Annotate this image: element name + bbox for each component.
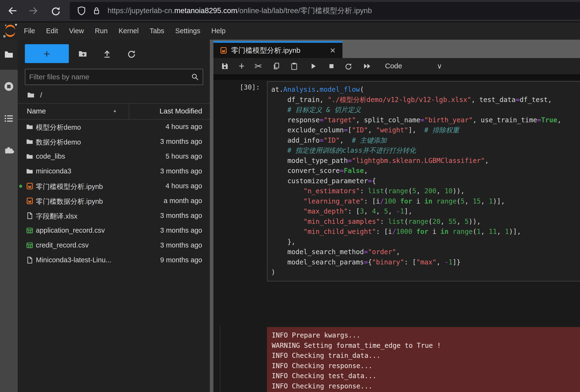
- file-modified: a month ago: [164, 197, 202, 205]
- code-line: model_search_params={"binary": ["max", -…: [271, 257, 580, 267]
- back-button[interactable]: [5, 3, 20, 18]
- file-name: 数据分析demo: [36, 137, 81, 147]
- forward-arrow-icon: [28, 5, 39, 16]
- restart-run-all-button[interactable]: [363, 61, 372, 71]
- file-row[interactable]: miniconda33 months ago: [18, 164, 210, 179]
- file-modified: 3 months ago: [160, 241, 202, 249]
- output-collapser[interactable]: [220, 325, 221, 392]
- menu-item-settings[interactable]: Settings: [170, 27, 206, 35]
- folder-icon: [26, 138, 33, 145]
- code-line: model_type_path="lightgbm.sklearn.LGBMCl…: [271, 156, 580, 166]
- breadcrumb-root: /: [40, 91, 42, 99]
- filter-files-box: [25, 69, 203, 85]
- upload-icon: [102, 49, 112, 59]
- filter-files-input[interactable]: [25, 69, 203, 85]
- tracking-protection-shield-icon[interactable]: [76, 6, 87, 16]
- menu-item-view[interactable]: View: [64, 27, 89, 35]
- menu-item-file[interactable]: File: [18, 27, 41, 35]
- file-row[interactable]: 零门槛模型分析.ipynb4 hours ago: [18, 179, 210, 193]
- code-line: "min_child_weight": [i/1000 for i in ran…: [271, 227, 580, 237]
- file-name: 字段翻译.xlsx: [36, 212, 77, 221]
- plus-icon: +: [44, 47, 50, 60]
- refresh-file-list-button[interactable]: [127, 49, 136, 59]
- save-button[interactable]: [220, 61, 230, 71]
- file-name: Miniconda3-latest-Linu...: [36, 256, 111, 264]
- interrupt-kernel-button[interactable]: [327, 61, 336, 71]
- sidebar-item-running-sessions[interactable]: [0, 81, 18, 92]
- restart-icon: [344, 62, 352, 70]
- menu-item-help[interactable]: Help: [206, 27, 231, 35]
- forward-button[interactable]: [26, 3, 41, 18]
- file-row[interactable]: Miniconda3-latest-Linu...9 months ago: [18, 253, 210, 267]
- https-lock-icon[interactable]: [92, 6, 101, 15]
- paste-cells-button[interactable]: [290, 61, 299, 71]
- restart-kernel-button[interactable]: [343, 61, 353, 71]
- folder-icon: [26, 153, 33, 160]
- run-cell-button[interactable]: [308, 61, 318, 71]
- file-modified: 3 months ago: [160, 212, 202, 220]
- home-folder-icon: [27, 91, 35, 99]
- upload-button[interactable]: [102, 49, 112, 59]
- file-row[interactable]: code_libs5 hours ago: [18, 149, 210, 164]
- file-row[interactable]: 数据分析demo3 months ago: [18, 134, 210, 149]
- chevron-down-icon[interactable]: ∨: [437, 62, 442, 70]
- url-domain: metanoia8295.com: [174, 6, 237, 15]
- breadcrumb[interactable]: /: [27, 90, 42, 100]
- menu-item-kernel[interactable]: Kernel: [113, 27, 144, 35]
- close-tab-icon[interactable]: ✕: [330, 46, 336, 55]
- code-line: "min_child_samples": list(range(20, 55, …: [271, 217, 580, 227]
- sidebar-item-extension-manager[interactable]: [0, 144, 18, 155]
- file-row[interactable]: 字段翻译.xlsx3 months ago: [18, 208, 210, 223]
- csv-icon: [26, 242, 33, 249]
- new-launcher-button[interactable]: +: [25, 44, 69, 63]
- code-line: "n_estimators": list(range(5, 200, 10)),: [271, 186, 580, 196]
- list-icon: [3, 113, 14, 124]
- save-icon: [221, 62, 229, 70]
- cell-output-stderr: INFO Prepare kwargs...WARNING Setting fo…: [267, 327, 580, 392]
- file-row[interactable]: 零门槛数据分析.ipynba month ago: [18, 193, 210, 208]
- menu-item-run[interactable]: Run: [89, 27, 113, 35]
- file-list-header: Name ▲ Last Modified: [18, 103, 210, 120]
- log-line: INFO Checking response...: [272, 361, 580, 371]
- running-kernel-dot: [19, 185, 22, 188]
- plus-icon: +: [239, 60, 245, 72]
- notebook-tab[interactable]: 零门槛模型分析.ipynb ✕: [213, 41, 342, 58]
- file-name: 零门槛模型分析.ipynb: [36, 182, 103, 192]
- new-folder-button[interactable]: [78, 49, 87, 59]
- folder-icon: [4, 50, 14, 60]
- cell-type-select[interactable]: Code: [385, 62, 402, 70]
- address-bar[interactable]: https://jupyterlab-cn.metanoia8295.com/o…: [70, 2, 580, 20]
- file-row[interactable]: 模型分析demo4 hours ago: [18, 120, 210, 134]
- file-icon: [26, 256, 33, 264]
- code-cell-editor[interactable]: at.Analysis.model_flow( df_train, "./模型分…: [267, 81, 580, 281]
- cut-cells-button[interactable]: ✂: [254, 61, 263, 71]
- menu-item-tabs[interactable]: Tabs: [144, 27, 170, 35]
- file-modified: 3 months ago: [160, 137, 202, 145]
- copy-cells-button[interactable]: [272, 61, 281, 71]
- menu-item-edit[interactable]: Edit: [41, 27, 64, 35]
- notebook-file-icon: [220, 47, 227, 54]
- notebook-toolbar: + ✂: [213, 58, 580, 75]
- stop-circle-icon: [3, 81, 14, 92]
- add-cell-button[interactable]: +: [237, 61, 246, 71]
- code-line: "max_depth": [3, 4, 5, -1],: [271, 206, 580, 217]
- file-row[interactable]: application_record.csv3 months ago: [18, 223, 210, 238]
- sidebar-item-file-browser[interactable]: [0, 50, 18, 60]
- sort-ascending-icon[interactable]: ▲: [113, 109, 117, 113]
- url-path: /online-lab/lab/tree/零门槛模型分析.ipynb: [237, 6, 372, 15]
- code-line: exclude_column=["ID", "weight"], # 排除权重: [271, 125, 580, 135]
- notebook-tab-title: 零门槛模型分析.ipynb: [231, 46, 300, 55]
- file-row[interactable]: credit_record.csv3 months ago: [18, 238, 210, 253]
- sidebar-item-table-of-contents[interactable]: [0, 113, 18, 124]
- menu-items: FileEditViewRunKernelTabsSettingsHelp: [18, 22, 231, 40]
- column-header-modified[interactable]: Last Modified: [160, 107, 202, 115]
- panel-splitter[interactable]: [210, 40, 213, 392]
- code-line: response="target", split_col_name="birth…: [271, 115, 580, 126]
- file-modified: 3 months ago: [160, 167, 202, 175]
- reload-button[interactable]: [48, 3, 63, 18]
- column-header-name[interactable]: Name: [27, 107, 46, 115]
- url-text: https://jupyterlab-cn.metanoia8295.com/o…: [108, 6, 372, 16]
- notebook-scroll-gutter: [213, 75, 580, 80]
- run-icon: [309, 62, 317, 70]
- file-icon: [26, 212, 33, 220]
